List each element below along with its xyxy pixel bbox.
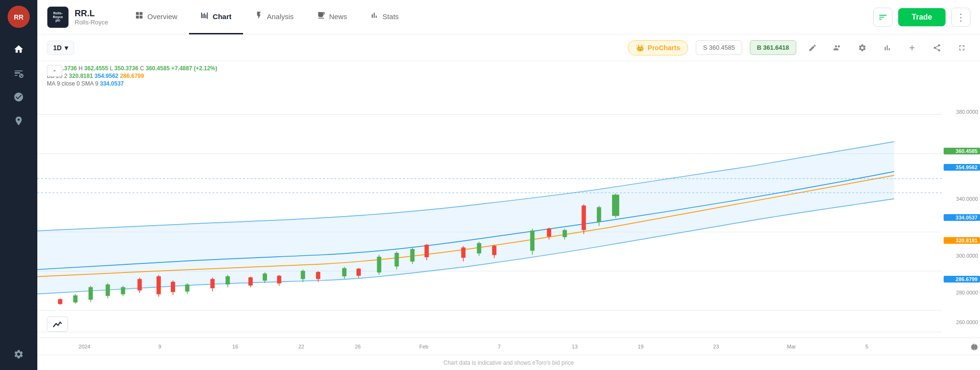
candlestick-svg (37, 109, 942, 337)
stock-ticker: RR.L (75, 9, 108, 19)
bb1-value: 320.8181 (69, 73, 93, 79)
x-label-22: 22 (298, 344, 304, 349)
x-label-mar: Mar (787, 344, 796, 349)
x-label-16: 16 (233, 344, 238, 349)
procharts-label: ProCharts (648, 44, 680, 52)
x-label-2024: 2024 (78, 344, 90, 349)
chart-indicators-display: O 350.3736 H 362.4555 L 350.3736 C 360.4… (37, 61, 980, 88)
tradingview-watermark (47, 316, 68, 332)
share-button[interactable] (928, 39, 946, 56)
nav-tabs: Overview Chart Analysis News (123, 0, 873, 34)
bb3-value: 286.6799 (120, 73, 144, 79)
add-indicator-button[interactable] (903, 39, 921, 56)
sidebar-item-portfolio[interactable] (9, 87, 29, 107)
tab-stats[interactable]: Stats (358, 0, 410, 34)
crosshair-icon[interactable] (970, 343, 978, 352)
fullscreen-button[interactable] (953, 39, 970, 56)
buy-price-button[interactable]: B 361.6418 (750, 40, 796, 55)
price-380: 380.0000 (956, 109, 978, 115)
x-label-7: 7 (498, 344, 501, 349)
sidebar: RR (0, 0, 37, 370)
price-340: 340.0000 (956, 196, 978, 202)
chart-icon (200, 11, 209, 22)
user-avatar[interactable]: RR (8, 6, 30, 28)
stock-logo: Rolls- Royce plc (47, 6, 69, 28)
price-280: 280.0000 (956, 290, 978, 295)
x-label-5: 5 (866, 344, 869, 349)
svg-rect-59 (492, 246, 496, 255)
tab-news[interactable]: News (305, 0, 359, 34)
svg-rect-39 (301, 271, 305, 279)
low-label: L (110, 65, 113, 72)
sidebar-item-watchlist[interactable] (9, 63, 29, 83)
trade-button[interactable]: Trade (898, 8, 946, 26)
x-label-23: 23 (713, 344, 719, 349)
tab-analysis[interactable]: Analysis (243, 0, 305, 34)
price-300: 300.0000 (956, 253, 978, 259)
timeframe-arrow-icon: ▾ (65, 44, 68, 52)
svg-rect-51 (411, 250, 414, 261)
svg-rect-41 (316, 272, 320, 279)
logo-text-line3: plc (56, 19, 60, 22)
svg-rect-29 (211, 279, 214, 288)
chart-type-button[interactable] (879, 39, 896, 56)
candlestick-chart-container: 380.0000 360.4585 354.9562 340.0000 334.… (37, 109, 980, 337)
svg-rect-23 (157, 277, 161, 294)
more-button[interactable]: ⋮ (951, 8, 970, 27)
main-content: Rolls- Royce plc RR.L Rolls-Royce Overvi… (37, 0, 980, 370)
indicator-tool-button[interactable] (829, 39, 846, 56)
draw-tool-button[interactable] (804, 39, 821, 56)
filter-button[interactable] (873, 8, 892, 27)
svg-rect-35 (263, 274, 267, 281)
svg-rect-63 (547, 229, 551, 236)
svg-rect-21 (138, 279, 142, 290)
svg-rect-31 (226, 277, 230, 284)
svg-rect-43 (343, 268, 346, 276)
collapse-indicators-button[interactable] (47, 65, 62, 76)
svg-rect-67 (582, 206, 586, 230)
close-value: 360.4585 (146, 65, 170, 72)
timeframe-selector[interactable]: 1D ▾ (47, 41, 74, 55)
tab-chart[interactable]: Chart (189, 0, 243, 34)
tab-chart-label: Chart (213, 12, 232, 21)
svg-rect-53 (425, 245, 429, 257)
svg-rect-11 (58, 299, 62, 304)
tab-analysis-label: Analysis (267, 12, 294, 21)
price-260: 260.0000 (956, 319, 978, 325)
svg-rect-65 (563, 230, 567, 237)
sidebar-item-settings[interactable] (9, 344, 29, 364)
top-navigation: Rolls- Royce plc RR.L Rolls-Royce Overvi… (37, 0, 980, 34)
procharts-crown-icon: 👑 (636, 44, 644, 52)
price-tag-320: 320.8181 (944, 237, 980, 244)
logo-text-line2: Royce (53, 15, 63, 19)
nav-right-controls: Trade ⋮ (873, 8, 970, 27)
svg-rect-27 (185, 285, 189, 292)
sidebar-item-home[interactable] (9, 39, 29, 59)
procharts-button[interactable]: 👑 ProCharts (628, 40, 689, 55)
ma-value: 334.0537 (100, 80, 124, 87)
svg-rect-57 (477, 243, 481, 253)
sidebar-item-discover[interactable] (9, 111, 29, 131)
svg-rect-69 (597, 207, 601, 222)
sell-price-button[interactable]: S 360.4585 (696, 40, 742, 55)
footer-text: Chart data is indicative and shows eToro… (444, 359, 574, 366)
svg-rect-13 (74, 295, 78, 302)
svg-rect-55 (461, 248, 465, 257)
svg-rect-25 (171, 282, 175, 292)
svg-text:RR: RR (14, 13, 23, 21)
x-label-9: 9 (158, 344, 161, 349)
price-tag-286: 286.6799 (944, 276, 980, 283)
stock-name: Rolls-Royce (75, 19, 108, 26)
svg-rect-15 (89, 287, 92, 299)
x-label-19: 19 (638, 344, 644, 349)
svg-rect-37 (277, 276, 281, 283)
tab-overview[interactable]: Overview (123, 0, 189, 34)
price-tag-360: 360.4585 (944, 148, 980, 154)
x-axis: 2024 9 16 22 26 Feb 7 13 19 23 Mar 5 (37, 337, 980, 355)
price-tag-334: 334.0537 (944, 214, 980, 221)
overview-icon (135, 11, 144, 22)
change-value: +7.4887 (171, 65, 192, 72)
high-label: H (78, 65, 83, 72)
settings-tool-button[interactable] (854, 39, 871, 56)
stats-icon (370, 11, 379, 22)
